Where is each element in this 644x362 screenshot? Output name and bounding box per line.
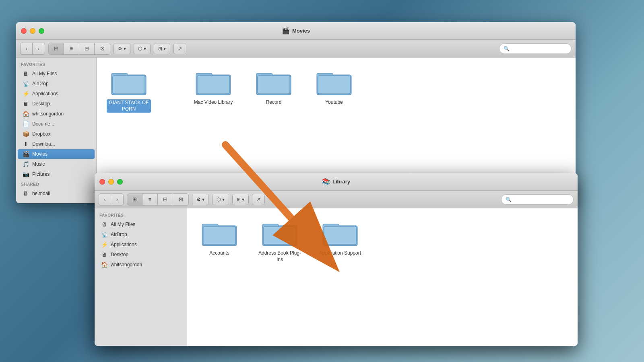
music-icon-back: 🎵: [23, 161, 29, 167]
back-nav-button[interactable]: ‹: [21, 43, 33, 54]
server-icon-back: 🖥: [23, 190, 29, 197]
search-box-back[interactable]: 🔍: [499, 43, 572, 54]
folder-label-address-book-plugins: Address Book Plug-Ins: [258, 250, 302, 263]
sidebar-item-whitsongordon-back[interactable]: 🏠 whitsongordon: [18, 109, 95, 119]
folder-label-accounts: Accounts: [209, 250, 229, 257]
folder-address-book-plugins[interactable]: Address Book Plug-Ins: [256, 216, 304, 338]
column-view-button[interactable]: ⊟: [79, 43, 95, 54]
share-button-back[interactable]: ↗: [173, 43, 186, 54]
dropbox-button-back[interactable]: ⬡ ▾: [134, 43, 150, 54]
applications-icon-back: ⚡: [23, 90, 29, 97]
column-view-button-front[interactable]: ⊟: [158, 194, 173, 205]
folder-icon-accounts: [199, 216, 239, 249]
sidebar-item-heimdall-back[interactable]: 🖥 heimdall: [18, 189, 95, 198]
home-icon-front: 🏠: [101, 261, 107, 268]
folder-label-giant-stack: GIANT STACK OF PORN: [107, 99, 151, 113]
sidebar-item-airdrop-front[interactable]: 📡 AirDrop: [96, 230, 185, 239]
movies-folder-icon: 🎬: [282, 27, 290, 35]
forward-nav-button[interactable]: ›: [33, 43, 45, 54]
svg-rect-20: [324, 226, 356, 245]
front-window-title: 📚 Library: [322, 178, 350, 185]
sidebar-item-whitsongordon-front[interactable]: 🏠 whitsongordon: [96, 260, 185, 269]
cover-flow-button-front[interactable]: ⊠: [173, 194, 188, 205]
pictures-icon-back: 📷: [23, 171, 29, 177]
back-window-title: 🎬 Movies: [282, 27, 310, 35]
cover-flow-button[interactable]: ⊠: [95, 43, 110, 54]
search-box-front[interactable]: 🔍: [501, 194, 574, 205]
sidebar-item-movies-back[interactable]: 🎬 Movies: [18, 149, 95, 159]
close-button-back[interactable]: [21, 28, 27, 34]
library-folder-icon: 📚: [322, 178, 330, 185]
close-button-front[interactable]: [99, 179, 105, 185]
folder-application-support[interactable]: Application Support: [316, 216, 364, 338]
back-titlebar: 🎬 Movies: [16, 22, 576, 40]
back-sidebar: FAVORITES 🖥 All My Files 📡 AirDrop ⚡ App…: [16, 58, 97, 203]
sidebar-item-desktop-back[interactable]: 🖥 Desktop: [18, 99, 95, 109]
arrange-button-back[interactable]: ⊞ ▾: [154, 43, 170, 54]
nav-button-group-back: ‹ ›: [20, 43, 45, 55]
minimize-button-front[interactable]: [108, 179, 114, 185]
view-button-group-front: ⊞ ≡ ⊟ ⊠: [127, 193, 189, 206]
sidebar-item-dropbox-back[interactable]: 📦 Dropbox: [18, 129, 95, 139]
minimize-button-back[interactable]: [30, 28, 35, 34]
folder-icon-record: [254, 66, 294, 98]
sidebar-item-all-my-files-back[interactable]: 🖥 All My Files: [18, 69, 95, 78]
sidebar-item-desktop-front[interactable]: 🖥 Desktop: [96, 250, 185, 259]
folder-label-record: Record: [266, 99, 282, 106]
folder-label-mac-video-library: Mac Video Library: [194, 99, 233, 106]
sidebar-item-applications-front[interactable]: ⚡ Applications: [96, 240, 185, 249]
action-button-front[interactable]: ⚙ ▾: [192, 194, 209, 205]
icon-view-button-front[interactable]: ⊞: [127, 194, 142, 205]
desktop-icon-front: 🖥: [101, 251, 107, 258]
dropbox-button-front[interactable]: ⬡ ▾: [212, 194, 229, 205]
front-content-area: Accounts Address Book Plug-Ins: [187, 208, 578, 346]
sidebar-item-music-back[interactable]: 🎵 Music: [18, 159, 95, 169]
front-toolbar: ‹ › ⊞ ≡ ⊟ ⊠ ⚙ ▾ ⬡ ▾ ⊞ ▾ ↗ 🔍: [95, 191, 578, 208]
nav-button-group-front: ‹ ›: [99, 193, 124, 206]
airdrop-icon-back: 📡: [23, 80, 29, 87]
folder-label-youtube: Youtube: [325, 99, 343, 106]
action-button-back[interactable]: ⚙ ▾: [114, 43, 130, 54]
front-titlebar: 📚 Library: [95, 173, 578, 191]
svg-rect-2: [113, 76, 145, 94]
folder-icon-address-book-plugins: [260, 216, 300, 249]
favorites-label-front: FAVORITES: [95, 213, 187, 219]
folder-icon-application-support: [320, 216, 360, 249]
sidebar-item-pictures-back[interactable]: 📷 Pictures: [18, 169, 95, 179]
folder-icon-giant-stack: [109, 66, 149, 98]
folder-label-application-support: Application Support: [319, 250, 361, 257]
sidebar-item-documents-back[interactable]: 📄 Docume...: [18, 119, 95, 129]
svg-rect-17: [264, 226, 296, 245]
folder-icon-mac-video-library: [193, 66, 233, 98]
documents-icon-back: 📄: [23, 121, 29, 127]
list-view-button-front[interactable]: ≡: [142, 194, 158, 205]
front-finder-body: FAVORITES 🖥 All My Files 📡 AirDrop ⚡ App…: [95, 208, 578, 346]
share-button-front[interactable]: ↗: [252, 194, 265, 205]
applications-icon-front: ⚡: [101, 241, 107, 248]
search-icon: 🔍: [504, 46, 510, 51]
desktop-icon-back: 🖥: [23, 101, 29, 107]
favorites-label-back: FAVORITES: [16, 62, 96, 68]
svg-rect-8: [258, 76, 290, 94]
movies-icon-back: 🎬: [23, 151, 29, 157]
folder-accounts[interactable]: Accounts: [195, 216, 244, 338]
maximize-button-back[interactable]: [39, 28, 44, 34]
dropbox-icon-back: 📦: [23, 131, 29, 137]
front-finder-window: 📚 Library ‹ › ⊞ ≡ ⊟ ⊠ ⚙ ▾ ⬡ ▾ ⊞ ▾ ↗ 🔍 FA…: [95, 173, 578, 346]
arrange-button-front[interactable]: ⊞ ▾: [232, 194, 249, 205]
list-view-button[interactable]: ≡: [64, 43, 79, 54]
svg-rect-14: [203, 226, 235, 245]
airdrop-icon-front: 📡: [101, 231, 107, 238]
sidebar-item-all-my-files-front[interactable]: 🖥 All My Files: [96, 220, 185, 229]
search-icon-front: 🔍: [506, 197, 512, 202]
maximize-button-front[interactable]: [117, 179, 123, 185]
sidebar-item-downloads-back[interactable]: ⬇ Downloa...: [18, 139, 95, 149]
home-icon-back: 🏠: [23, 111, 29, 117]
forward-nav-button-front[interactable]: ›: [111, 194, 123, 205]
all-my-files-icon-back: 🖥: [23, 70, 29, 77]
icon-view-button[interactable]: ⊞: [49, 43, 64, 54]
back-nav-button-front[interactable]: ‹: [99, 194, 111, 205]
sidebar-item-airdrop-back[interactable]: 📡 AirDrop: [18, 79, 95, 88]
sidebar-item-applications-back[interactable]: ⚡ Applications: [18, 89, 95, 99]
all-my-files-icon-front: 🖥: [101, 221, 107, 228]
